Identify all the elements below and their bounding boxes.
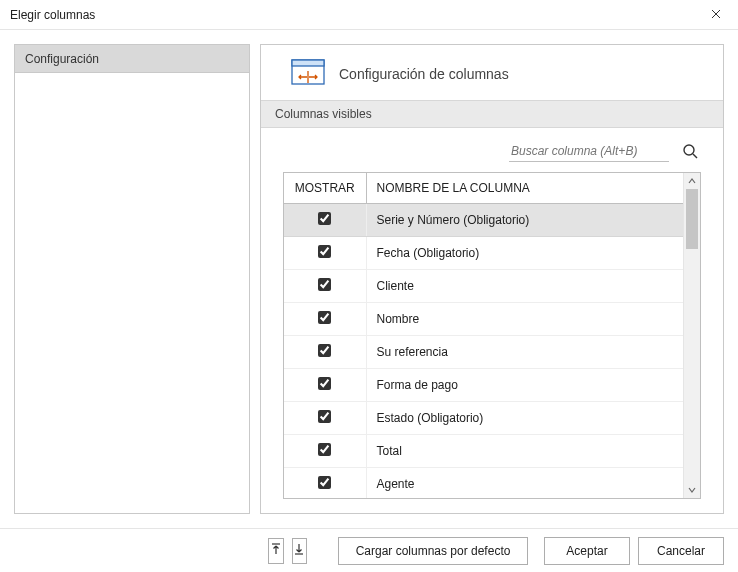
row-show-cell	[284, 270, 366, 303]
row-show-cell	[284, 369, 366, 402]
left-panel: Configuración	[14, 44, 250, 514]
subheader: Columnas visibles	[261, 100, 723, 128]
titlebar: Elegir columnas	[0, 0, 738, 30]
move-down-button[interactable]	[292, 538, 308, 564]
scroll-up-arrow-icon[interactable]	[684, 173, 700, 189]
columns-table-scroll: MOSTRAR NOMBRE DE LA COLUMNA Serie y Núm…	[284, 173, 683, 498]
sidebar-item-configuracion[interactable]: Configuración	[15, 45, 249, 73]
row-show-cell	[284, 435, 366, 468]
row-name-cell: Fecha (Obligatorio)	[366, 237, 683, 270]
row-name-cell: Total	[366, 435, 683, 468]
show-checkbox[interactable]	[318, 212, 331, 225]
row-name-cell: Serie y Número (Obligatorio)	[366, 204, 683, 237]
show-checkbox[interactable]	[318, 311, 331, 324]
columns-table-wrap: MOSTRAR NOMBRE DE LA COLUMNA Serie y Núm…	[283, 172, 701, 499]
arrow-down-bar-icon	[294, 543, 304, 558]
scroll-down-arrow-icon[interactable]	[684, 482, 700, 498]
cancel-button[interactable]: Cancelar	[638, 537, 724, 565]
row-show-cell	[284, 402, 366, 435]
close-icon	[711, 8, 721, 22]
accept-button[interactable]: Aceptar	[544, 537, 630, 565]
svg-line-4	[693, 154, 697, 158]
show-checkbox[interactable]	[318, 410, 331, 423]
show-checkbox[interactable]	[318, 278, 331, 291]
row-name-cell: Forma de pago	[366, 369, 683, 402]
search-row	[261, 128, 723, 172]
body: Configuración Configuración de columnas …	[0, 30, 738, 528]
table-row[interactable]: Serie y Número (Obligatorio)	[284, 204, 683, 237]
table-row[interactable]: Forma de pago	[284, 369, 683, 402]
table-row[interactable]: Total	[284, 435, 683, 468]
load-defaults-button[interactable]: Cargar columnas por defecto	[338, 537, 528, 565]
vertical-scrollbar[interactable]	[683, 173, 700, 498]
row-show-cell	[284, 204, 366, 237]
right-panel: Configuración de columnas Columnas visib…	[260, 44, 724, 514]
row-show-cell	[284, 237, 366, 270]
search-input[interactable]	[509, 141, 669, 162]
table-row[interactable]: Su referencia	[284, 336, 683, 369]
col-header-name[interactable]: NOMBRE DE LA COLUMNA	[366, 173, 683, 204]
row-name-cell: Nombre	[366, 303, 683, 336]
svg-point-3	[684, 145, 694, 155]
row-name-cell: Cliente	[366, 270, 683, 303]
table-row[interactable]: Agente	[284, 468, 683, 499]
close-button[interactable]	[693, 0, 738, 30]
section-header: Configuración de columnas	[261, 45, 723, 100]
show-checkbox[interactable]	[318, 443, 331, 456]
show-checkbox[interactable]	[318, 344, 331, 357]
footer: Cargar columnas por defecto Aceptar Canc…	[0, 528, 738, 572]
row-show-cell	[284, 303, 366, 336]
row-name-cell: Estado (Obligatorio)	[366, 402, 683, 435]
columns-config-icon	[291, 59, 325, 88]
show-checkbox[interactable]	[318, 245, 331, 258]
row-name-cell: Su referencia	[366, 336, 683, 369]
scroll-thumb[interactable]	[686, 189, 698, 249]
col-header-show[interactable]: MOSTRAR	[284, 173, 366, 204]
arrow-up-bar-icon	[271, 543, 281, 558]
table-row[interactable]: Nombre	[284, 303, 683, 336]
show-checkbox[interactable]	[318, 476, 331, 489]
section-title: Configuración de columnas	[339, 66, 509, 82]
row-show-cell	[284, 468, 366, 499]
svg-rect-1	[292, 60, 324, 66]
search-icon[interactable]	[679, 140, 701, 162]
table-row[interactable]: Fecha (Obligatorio)	[284, 237, 683, 270]
table-row[interactable]: Estado (Obligatorio)	[284, 402, 683, 435]
table-row[interactable]: Cliente	[284, 270, 683, 303]
show-checkbox[interactable]	[318, 377, 331, 390]
subheader-label: Columnas visibles	[275, 107, 372, 121]
window-title: Elegir columnas	[10, 8, 95, 22]
move-up-button[interactable]	[268, 538, 284, 564]
sidebar-item-label: Configuración	[25, 52, 99, 66]
row-show-cell	[284, 336, 366, 369]
columns-table: MOSTRAR NOMBRE DE LA COLUMNA Serie y Núm…	[284, 173, 683, 498]
row-name-cell: Agente	[366, 468, 683, 499]
